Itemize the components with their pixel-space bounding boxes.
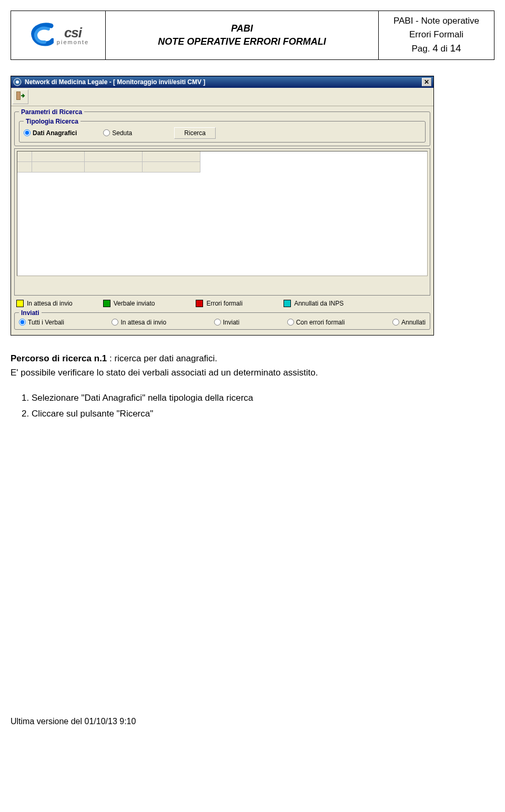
doc-title-1: PABI <box>111 22 373 35</box>
exit-door-icon <box>15 90 26 103</box>
description: E' possibile verificare lo stato dei ver… <box>11 368 318 378</box>
results-panel <box>14 148 430 296</box>
app-window: Network di Medicina Legale - [ Monitorag… <box>11 76 434 336</box>
info-line-2: Errori Formali <box>384 28 489 42</box>
logo-subtext: piemonte <box>57 39 89 45</box>
results-grid[interactable] <box>17 151 428 276</box>
green-swatch-icon <box>103 300 110 307</box>
title-cell: PABI NOTE OPERATIVE ERRORI FORMALI <box>106 11 379 60</box>
titlebar: Network di Medicina Legale - [ Monitorag… <box>11 76 433 88</box>
legend-errori: Errori formali <box>196 300 243 307</box>
red-swatch-icon <box>196 300 203 307</box>
document-header: csi piemonte PABI NOTE OPERATIVE ERRORI … <box>11 11 494 60</box>
close-button[interactable]: ✕ <box>422 78 431 86</box>
filter-inviati[interactable]: Inviati <box>214 319 239 326</box>
doc-title-2: NOTE OPERATIVE ERRORI FORMALI <box>111 35 373 48</box>
legend-annullati: Annullati da INPS <box>284 300 344 307</box>
svg-rect-3 <box>17 92 20 99</box>
inviati-filter-group: Inviati Tutti i Verbali In attesa di inv… <box>14 309 430 330</box>
grid-header-cell <box>17 151 32 162</box>
window-title: Network di Medicina Legale - [ Monitorag… <box>25 78 205 86</box>
legend-inviato: Verbale inviato <box>103 300 155 307</box>
type-legend: Tipologia Ricerca <box>24 118 80 125</box>
page-number: Pag. 4 di 14 <box>384 41 489 56</box>
yellow-swatch-icon <box>16 300 24 307</box>
app-icon <box>13 78 22 86</box>
info-line-1: PABI - Note operative <box>384 14 489 28</box>
footer-version: Ultima versione del 01/10/13 9:10 <box>11 717 494 726</box>
radio-seduta[interactable]: Seduta <box>103 129 132 137</box>
search-type-group: Tipologia Ricerca Dati Anagrafici Seduta… <box>19 118 426 143</box>
svg-point-1 <box>16 80 19 84</box>
grid-cell <box>85 162 143 172</box>
grid-cell <box>17 162 32 172</box>
csi-logo-icon <box>27 23 54 48</box>
exit-button[interactable] <box>13 89 28 104</box>
step-2: Cliccare sul pulsante "Ricerca" <box>32 406 494 422</box>
search-params-group: Parametri di Ricerca Tipologia Ricerca D… <box>14 108 430 146</box>
filter-attesa[interactable]: In attesa di invio <box>112 319 166 326</box>
filter-errori[interactable]: Con errori formali <box>287 319 345 326</box>
logo-cell: csi piemonte <box>11 11 106 60</box>
params-legend: Parametri di Ricerca <box>19 108 84 116</box>
steps-list: Selezionare "Dati Anagrafici" nella tipo… <box>21 390 494 422</box>
radio-dati-anagrafici[interactable]: Dati Anagrafici <box>24 129 77 137</box>
grid-header-cell <box>85 151 143 162</box>
body-paragraph: Percorso di ricerca n.1 : ricerca per da… <box>11 351 494 380</box>
caption: Percorso di ricerca n.1 <box>11 353 107 363</box>
filter-annullati[interactable]: Annullati <box>392 319 426 326</box>
grid-header-cell <box>143 151 200 162</box>
toolbar <box>11 88 433 106</box>
filter-tutti[interactable]: Tutti i Verbali <box>19 319 64 326</box>
grid-cell <box>32 162 85 172</box>
status-legend: In attesa di invio Verbale inviato Error… <box>14 296 430 309</box>
grid-cell <box>143 162 200 172</box>
legend-attesa: In attesa di invio <box>16 300 73 307</box>
search-button[interactable]: Ricerca <box>174 127 216 139</box>
step-1: Selezionare "Dati Anagrafici" nella tipo… <box>32 390 494 407</box>
teal-swatch-icon <box>284 300 291 307</box>
grid-header-cell <box>32 151 85 162</box>
inviati-legend: Inviati <box>19 309 42 317</box>
info-cell: PABI - Note operative Errori Formali Pag… <box>379 11 494 60</box>
